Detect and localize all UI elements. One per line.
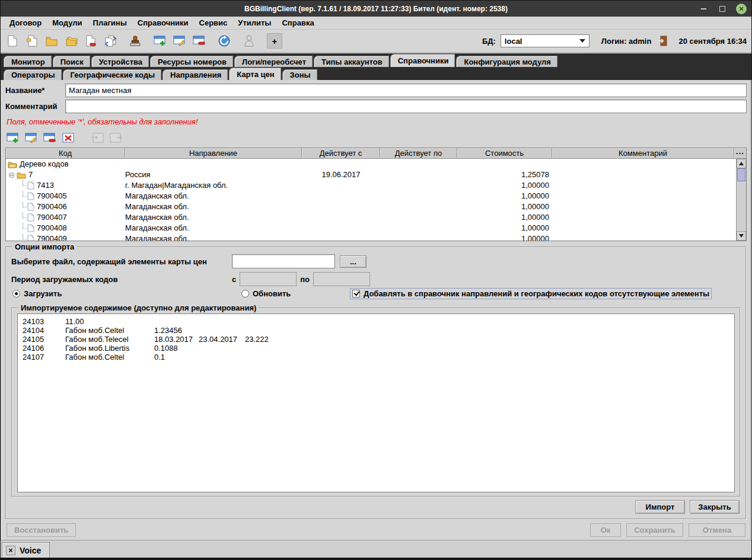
current-datetime: 20 сентября 16:34 (678, 37, 747, 46)
main-toolbar: + БД: local Логин: admin 20 сентября 16:… (1, 30, 751, 53)
subtab-napravleniya[interactable]: Направления (162, 69, 228, 80)
tree-connector (19, 191, 27, 201)
menu-item-plaginy[interactable]: Плагины (88, 17, 132, 28)
scrollbar-thumb[interactable] (737, 168, 745, 181)
user-icon[interactable] (242, 34, 256, 48)
menu-bar: Договор Модули Плагины Справочники Серви… (1, 17, 751, 30)
add-item-icon[interactable] (153, 34, 167, 48)
import-content-editor[interactable]: 2410311.00 24104Габон моб.Celtel1.23456 … (17, 313, 735, 492)
tree-leaf-row[interactable]: 7900409 Магаданская обл. 1,00000 (6, 233, 736, 241)
leaf-valid-from (302, 180, 380, 191)
window-title: BGBillingClient (вер. 7.1.61 / 18.09.201… (1, 5, 751, 13)
add-row-icon[interactable] (7, 132, 20, 144)
tree-leaf-row[interactable]: 7413 г. Магадан|Магаданская обл. 1,00000 (6, 180, 736, 191)
collapse-node-icon[interactable] (9, 172, 14, 178)
tree-leaf-row[interactable]: 7900408 Магаданская обл. 1,00000 (6, 223, 736, 233)
module-tab-voice[interactable]: × Voice (2, 542, 50, 558)
close-icon[interactable]: × (736, 4, 747, 14)
leaf-comment (552, 212, 736, 223)
subtab-karta-tsen[interactable]: Карта цен (229, 68, 281, 80)
chevron-down-icon (579, 39, 585, 43)
tab-monitor[interactable]: Монитор (4, 56, 52, 67)
leaf-direction: Магаданская обл. (125, 201, 302, 212)
tree-leaf-row[interactable]: 7900407 Магаданская обл. 1,00000 (6, 212, 736, 223)
col-header-valid-to[interactable]: Действует по (380, 148, 457, 159)
open-folder-icon (8, 161, 17, 168)
refresh-icon[interactable] (217, 34, 231, 48)
leaf-price: 1,00000 (457, 191, 552, 201)
remove-row-icon[interactable] (43, 132, 56, 144)
tab-konfiguratsiya-modulya[interactable]: Конфигурация модуля (456, 56, 557, 67)
add-tab-button[interactable]: + (267, 33, 282, 49)
module-tab-label: Voice (20, 546, 41, 555)
folders-icon[interactable] (64, 34, 78, 48)
menu-item-moduli[interactable]: Модули (47, 17, 87, 28)
delete-document-icon[interactable] (84, 34, 98, 48)
leaf-valid-to (380, 223, 457, 233)
node-code: 7 (28, 169, 33, 180)
leaf-valid-to (380, 180, 457, 191)
tree-leaf-row[interactable]: 7900405 Магаданская обл. 1,00000 (6, 191, 736, 201)
leaf-page-icon (27, 181, 34, 190)
db-select[interactable]: local (501, 34, 590, 47)
tab-logi-pereobschet[interactable]: Логи/переобсчет (234, 56, 313, 67)
subtab-operatory[interactable]: Операторы (4, 69, 62, 80)
move-documents-icon[interactable] (103, 34, 117, 48)
leaf-comment (552, 180, 736, 191)
remove-item-icon[interactable] (192, 34, 206, 48)
tab-poisk[interactable]: Поиск (53, 56, 90, 67)
logout-door-icon[interactable] (656, 34, 670, 48)
tab-ustroystva[interactable]: Устройства (91, 56, 149, 67)
menu-item-servis[interactable]: Сервис (194, 17, 233, 28)
node-valid-to (380, 169, 457, 180)
stamp-icon[interactable] (128, 34, 142, 48)
edit-item-icon[interactable] (173, 34, 187, 48)
edit-row-icon[interactable] (25, 132, 38, 144)
file-input[interactable] (232, 254, 335, 268)
column-settings-button[interactable]: ... (734, 148, 746, 159)
subtab-zony[interactable]: Зоны (282, 69, 317, 80)
tree-connector (19, 223, 27, 233)
browse-button[interactable]: ... (340, 255, 367, 268)
line-cell: Габон моб.Telecel (65, 335, 154, 344)
col-header-valid-from[interactable]: Действует с (302, 148, 380, 159)
tab-tipy-akkauntov[interactable]: Типы аккаунтов (314, 56, 389, 67)
name-input[interactable] (65, 84, 747, 97)
close-button[interactable]: Закрыть (690, 500, 740, 514)
menu-item-utility[interactable]: Утилиты (232, 17, 276, 28)
table-vertical-scrollbar[interactable] (736, 159, 746, 241)
menu-item-spravka[interactable]: Справка (276, 17, 319, 28)
subtab-geograficheskie-kody[interactable]: Географические коды (63, 69, 161, 80)
col-header-price[interactable]: Стоимость (457, 148, 552, 159)
new-document-icon[interactable] (5, 34, 20, 48)
add-missing-checkbox[interactable]: Добавлять в справочник направлений и гео… (350, 289, 711, 299)
menu-item-dogovor[interactable]: Договор (4, 17, 47, 28)
radio-load[interactable]: Загрузить (12, 289, 62, 298)
tree-leaf-row[interactable]: 7900406 Магаданская обл. 1,00000 (6, 201, 736, 212)
menu-item-spravochniki[interactable]: Справочники (132, 17, 194, 28)
table-header: Код Направление Действует с Действует по… (6, 148, 746, 159)
delete-row-icon[interactable] (62, 132, 75, 144)
close-module-icon[interactable]: × (6, 546, 15, 555)
minimize-icon[interactable] (698, 4, 709, 14)
tab-resursy-nomerov[interactable]: Ресурсы номеров (150, 56, 233, 67)
radio-selected-icon (12, 290, 20, 297)
radio-update[interactable]: Обновить (241, 289, 291, 298)
tab-spravochniki[interactable]: Справочники (390, 54, 455, 67)
restore-icon[interactable] (717, 4, 728, 14)
comment-input[interactable] (65, 100, 747, 113)
tree-root-row[interactable]: Дерево кодов (6, 159, 736, 169)
radio-unselected-icon (241, 290, 249, 297)
tree-connector (19, 180, 27, 191)
scroll-down-icon[interactable] (737, 231, 746, 241)
leaf-direction: Магаданская обл. (125, 233, 302, 241)
col-header-comment[interactable]: Комментарий (552, 148, 734, 159)
open-document-icon[interactable] (25, 34, 39, 48)
scroll-up-icon[interactable] (737, 159, 746, 168)
tree-connector (19, 212, 27, 223)
import-button[interactable]: Импорт (635, 500, 685, 514)
col-header-code[interactable]: Код (6, 148, 125, 159)
tree-node-row[interactable]: 7 Россия 19.06.2017 1,25078 (6, 169, 736, 180)
folder-icon[interactable] (44, 34, 59, 48)
col-header-direction[interactable]: Направление (125, 148, 302, 159)
